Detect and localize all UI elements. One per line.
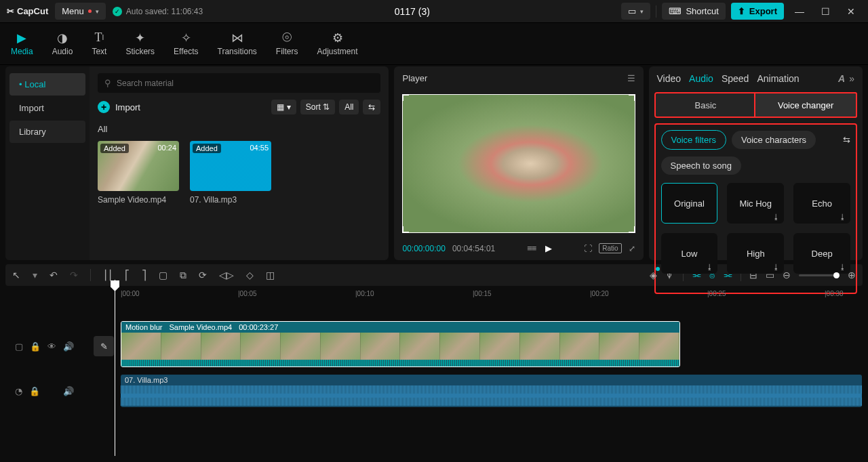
media-duration: 04:55 xyxy=(250,144,269,152)
plus-icon: + xyxy=(98,101,110,113)
filter-all-button[interactable]: All xyxy=(339,100,359,114)
media-item[interactable]: Added 00:24 Sample Video.mp4 xyxy=(98,141,179,205)
tab-text[interactable]: TI Text xyxy=(90,29,108,59)
track-collapse-icon[interactable]: ▢ xyxy=(15,341,23,352)
filter-settings-button[interactable]: ⇆ xyxy=(363,100,380,114)
voice-preset-deep[interactable]: Deep⭳ xyxy=(793,233,850,274)
player-viewport[interactable] xyxy=(402,90,635,236)
tab-audio[interactable]: ◑ Audio xyxy=(51,29,75,59)
sidebar-item-local[interactable]: • Local xyxy=(9,73,85,96)
focus-icon[interactable]: ⛶ xyxy=(584,244,592,253)
chip-voice-characters[interactable]: Voice characters xyxy=(732,131,816,149)
chip-speech-to-song[interactable]: Speech to song xyxy=(661,156,741,175)
track-lock-icon[interactable]: 🔒 xyxy=(30,341,41,352)
adjustment-icon: ⚙ xyxy=(330,32,345,44)
view-grid-button[interactable]: ▦ ▾ xyxy=(271,100,296,114)
menu-unsaved-dot xyxy=(88,9,92,13)
play-button[interactable]: ▶ xyxy=(545,243,552,253)
marker-tool[interactable]: ◈ xyxy=(650,270,657,280)
sidebar-item-import[interactable]: Import xyxy=(9,97,85,119)
minimize-button[interactable]: — xyxy=(789,6,810,17)
tab-label: Media xyxy=(11,47,33,56)
redo-button[interactable]: ↷ xyxy=(70,270,78,280)
export-button[interactable]: ⬆Export xyxy=(731,3,784,20)
video-clip[interactable]: Motion blur Sample Video.mp4 00:00:23:27 xyxy=(121,321,680,367)
voice-preset-michog[interactable]: Mic Hog⭳ xyxy=(727,183,784,224)
tab-label: Stickers xyxy=(125,47,155,56)
track-visible-icon[interactable]: 👁 xyxy=(47,341,56,352)
tab-stickers[interactable]: ✦ Stickers xyxy=(124,29,156,59)
zoom-thumb[interactable] xyxy=(833,272,840,278)
tab-transitions[interactable]: ⋈ Transitions xyxy=(216,29,258,59)
track-content[interactable]: 07. Villa.mp3 xyxy=(114,371,863,411)
tab-media[interactable]: ▶ Media xyxy=(9,29,35,59)
voice-preset-high[interactable]: High⭳ xyxy=(727,233,784,274)
tab-video[interactable]: Video xyxy=(657,73,682,84)
undo-button[interactable]: ↶ xyxy=(50,270,58,280)
media-item[interactable]: Added 04:55 07. Villa.mp3 xyxy=(190,141,271,205)
delete-tool[interactable]: ▢ xyxy=(159,270,167,280)
menu-button[interactable]: Menu ▾ xyxy=(55,3,106,20)
voice-preset-echo[interactable]: Echo⭳ xyxy=(793,183,850,224)
voice-preset-original[interactable]: Original xyxy=(661,183,718,224)
audio-clip[interactable]: 07. Villa.mp3 xyxy=(121,375,862,407)
tab-label: Audio xyxy=(52,47,73,56)
track-content[interactable]: Motion blur Sample Video.mp4 00:00:23:27 xyxy=(114,321,863,371)
tab-animation[interactable]: Animation xyxy=(757,73,799,84)
playhead-line[interactable] xyxy=(115,280,115,456)
search-input[interactable] xyxy=(117,79,374,88)
sidebar-item-library[interactable]: Library xyxy=(9,121,85,143)
trim-right-tool[interactable]: ⎤ xyxy=(142,270,146,280)
rotate-tool[interactable]: ◇ xyxy=(246,270,254,280)
mirror-tool[interactable]: ◁▷ xyxy=(219,270,234,280)
chip-voice-filters[interactable]: Voice filters xyxy=(661,130,726,150)
crop-handle-tl[interactable] xyxy=(402,94,409,101)
player-menu-button[interactable]: ☰ xyxy=(627,73,635,83)
track-mute-icon[interactable]: 🔊 xyxy=(63,341,74,352)
cursor-tool[interactable]: ↖ xyxy=(12,270,20,280)
split-tool[interactable]: ⎮⎮ xyxy=(103,270,113,280)
tab-effects[interactable]: ✧ Effects xyxy=(172,29,199,59)
voice-label: Low xyxy=(682,249,698,259)
media-name: Sample Video.mp4 xyxy=(98,195,179,205)
track-edit-button[interactable]: ✎ xyxy=(94,336,114,356)
maximize-button[interactable]: ☐ xyxy=(815,6,835,17)
layout-button[interactable]: ▭▾ xyxy=(621,3,650,20)
duplicate-tool[interactable]: ⧉ xyxy=(180,270,186,281)
tab-audio[interactable]: Audio xyxy=(689,73,713,84)
time-ruler[interactable]: |00:00 |00:05 |00:10 |00:15 |00:20 |00:2… xyxy=(114,287,863,302)
subtab-voice-changer[interactable]: Voice changer xyxy=(754,92,857,118)
zoom-out-button[interactable]: ⊖ xyxy=(783,270,791,280)
crop-handle-br[interactable] xyxy=(629,226,635,233)
search-bar[interactable]: ⚲ xyxy=(98,73,380,93)
crop-handle-tr[interactable] xyxy=(629,94,635,101)
reverse-tool[interactable]: ⟳ xyxy=(199,270,207,280)
clip-name: Sample Video.mp4 xyxy=(169,323,232,331)
track-mute-icon[interactable]: 🔊 xyxy=(63,386,74,396)
zoom-slider[interactable] xyxy=(799,274,840,276)
shortcut-button[interactable]: ⌨Shortcut xyxy=(662,3,725,20)
columns-icon[interactable]: ≡≡ xyxy=(527,243,536,253)
time-total: 00:04:54:01 xyxy=(452,244,495,253)
track-type-icon[interactable]: ◔ xyxy=(15,386,22,396)
track-lock-icon[interactable]: 🔒 xyxy=(29,386,40,396)
tab-speed[interactable]: Speed xyxy=(722,73,749,84)
trim-left-tool[interactable]: ⎡ xyxy=(125,270,130,280)
crop-handle-bl[interactable] xyxy=(402,226,409,233)
playback-controls: ≡≡ ▶ xyxy=(527,243,552,253)
ratio-button[interactable]: Ratio xyxy=(599,243,621,253)
cursor-dropdown[interactable]: ▾ xyxy=(33,270,37,280)
import-button[interactable]: + Import xyxy=(98,101,140,113)
close-button[interactable]: ✕ xyxy=(841,6,861,17)
voice-settings-button[interactable]: ⇆ xyxy=(843,135,850,145)
tab-filters[interactable]: ⦾ Filters xyxy=(275,29,300,59)
chevron-down-icon: ▾ xyxy=(96,8,99,15)
subtab-basic[interactable]: Basic xyxy=(656,93,756,117)
tab-overflow-next[interactable]: » xyxy=(849,73,854,84)
tab-adjustment[interactable]: ⚙ Adjustment xyxy=(315,29,359,59)
fullscreen-icon[interactable]: ⤢ xyxy=(629,244,635,253)
crop-tool[interactable]: ◫ xyxy=(266,270,275,280)
tab-overflow-prev[interactable]: A xyxy=(838,73,845,84)
sort-button[interactable]: Sort ⇅ xyxy=(300,100,335,114)
voice-preset-low[interactable]: Low⭳ xyxy=(661,233,718,274)
